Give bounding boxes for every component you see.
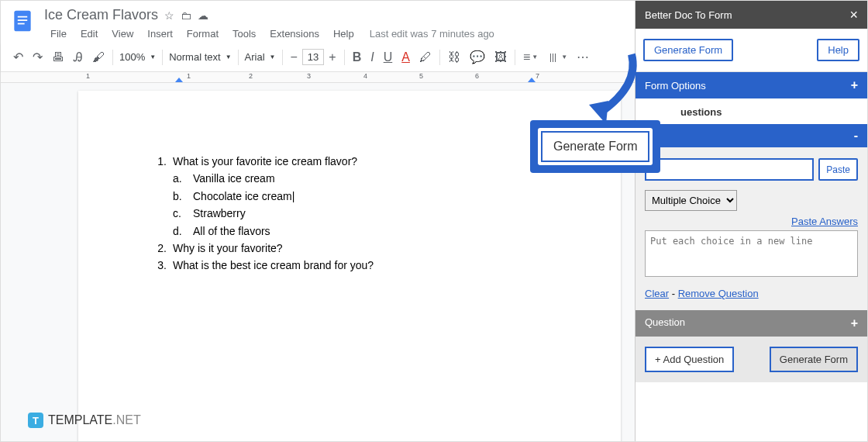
move-icon[interactable]: 🗀 — [181, 9, 191, 22]
ruler[interactable]: 1 1 2 3 4 5 6 7 — [1, 72, 635, 83]
add-question-button[interactable]: + Add Question — [645, 347, 734, 372]
callout-annotation: Generate Form — [530, 120, 660, 173]
document-title[interactable]: Ice Cream Flavors — [44, 7, 158, 23]
font-increase-icon[interactable]: + — [325, 47, 339, 68]
questions-label: uestions — [636, 98, 867, 124]
svg-rect-3 — [18, 23, 25, 25]
italic-icon[interactable]: I — [367, 47, 377, 68]
text-color-icon[interactable]: A — [398, 47, 414, 68]
menu-edit[interactable]: Edit — [74, 25, 104, 43]
font-size-input[interactable]: 13 — [302, 49, 324, 65]
bold-icon[interactable]: B — [349, 47, 366, 68]
q1d-text: All of the flavors — [193, 223, 270, 240]
callout-text: Generate Form — [541, 131, 649, 162]
toolbar: ↶ ↷ 🖶 Ꭿ 🖌 100%▼ Normal text▼ Arial▼ − 13… — [1, 43, 635, 72]
q1-text: What is your favorite ice cream flavor? — [173, 153, 357, 170]
menu-view[interactable]: View — [105, 25, 140, 43]
last-edit-text: Last edit was 7 minutes ago — [370, 28, 494, 40]
plus-icon: + — [851, 78, 858, 92]
spellcheck-icon[interactable]: Ꭿ — [70, 47, 87, 68]
watermark-text: TEMPLATE — [48, 413, 112, 426]
font-select[interactable]: Arial▼ — [242, 49, 279, 65]
paste-answers-link[interactable]: Paste Answers — [645, 216, 858, 227]
help-button[interactable]: Help — [817, 39, 859, 61]
template-logo-icon: T — [28, 413, 43, 428]
arrow-annotation — [566, 47, 651, 128]
question-section-header[interactable]: Question + — [636, 310, 867, 337]
print-icon[interactable]: 🖶 — [48, 47, 68, 68]
svg-marker-4 — [175, 78, 183, 82]
q3-text: What is the best ice cream brand for you… — [173, 257, 374, 274]
form-options-header[interactable]: Form Options + — [636, 72, 867, 98]
underline-icon[interactable]: U — [380, 47, 397, 68]
collapse-row[interactable]: - — [636, 124, 867, 147]
menu-insert[interactable]: Insert — [141, 25, 179, 43]
extension-sidebar: Better Doc To Form × Generate Form Help … — [635, 1, 867, 441]
generate-form-button[interactable]: Generate Form — [643, 39, 733, 61]
cloud-icon[interactable]: ☁ — [198, 9, 208, 22]
paint-format-icon[interactable]: 🖌 — [88, 47, 108, 68]
menu-file[interactable]: File — [44, 25, 73, 43]
docs-logo-icon[interactable] — [9, 7, 36, 35]
style-select[interactable]: Normal text▼ — [166, 49, 234, 65]
watermark-suffix: .NET — [112, 413, 140, 426]
highlight-icon[interactable]: 🖊 — [415, 47, 436, 68]
redo-icon[interactable]: ↷ — [29, 46, 46, 68]
plus-icon: + — [851, 316, 858, 330]
font-decrease-icon[interactable]: − — [287, 47, 301, 68]
q1c-text: Strawberry — [193, 205, 246, 222]
clear-link[interactable]: Clear — [645, 288, 669, 299]
ext-title: Better Doc To Form — [645, 9, 732, 21]
google-docs-area: Ice Cream Flavors ☆ 🗀 ☁ File Edit View I… — [1, 1, 635, 441]
q1b-text: Chocolate ice cream — [193, 188, 294, 205]
align-icon[interactable]: ≡▼ — [519, 47, 542, 68]
q2-text: Why is it your favorite? — [173, 240, 283, 257]
menu-help[interactable]: Help — [327, 25, 360, 43]
undo-icon[interactable]: ↶ — [9, 46, 27, 68]
svg-marker-5 — [528, 78, 536, 82]
question-input[interactable] — [645, 158, 814, 181]
paste-button[interactable]: Paste — [818, 158, 858, 181]
menu-format[interactable]: Format — [181, 25, 225, 43]
svg-rect-1 — [18, 16, 27, 18]
answers-textarea[interactable] — [645, 230, 858, 277]
close-icon[interactable]: × — [849, 8, 858, 22]
watermark: T TEMPLATE.NET — [28, 413, 141, 428]
remove-question-link[interactable]: Remove Question — [678, 288, 759, 299]
comment-icon[interactable]: 💬 — [466, 46, 489, 68]
zoom-select[interactable]: 100%▼ — [116, 49, 159, 65]
star-icon[interactable]: ☆ — [164, 9, 174, 22]
q1a-text: Vanilla ice cream — [193, 170, 275, 187]
link-icon[interactable]: ⛓ — [444, 47, 464, 68]
menu-extensions[interactable]: Extensions — [264, 25, 326, 43]
svg-rect-2 — [18, 19, 27, 21]
image-icon[interactable]: 🖼 — [491, 47, 511, 68]
generate-form-footer-button[interactable]: Generate Form — [770, 347, 858, 372]
minus-icon: - — [854, 129, 858, 143]
menu-tools[interactable]: Tools — [226, 25, 262, 43]
question-type-select[interactable]: Multiple Choice — [645, 190, 737, 211]
